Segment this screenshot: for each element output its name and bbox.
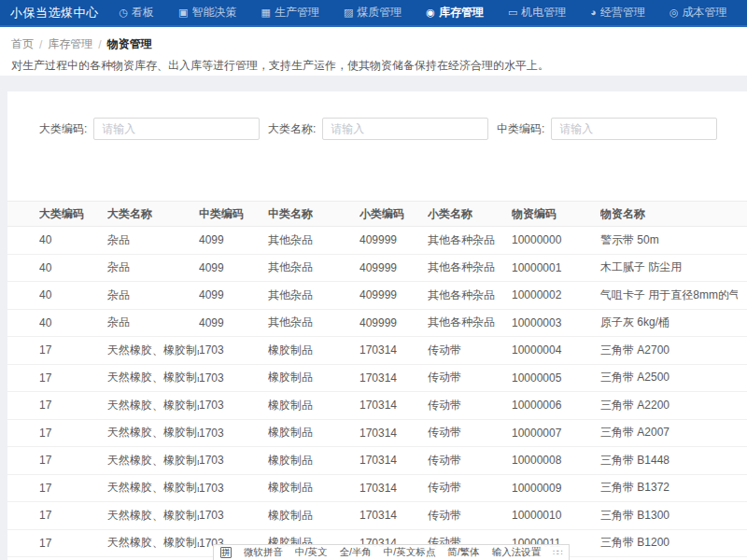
breadcrumb: 首页/库存管理/物资管理 <box>11 36 152 52</box>
table-cell: 天然橡胶、橡胶制品及… <box>107 370 199 385</box>
table-cell: 17 <box>39 537 107 550</box>
table-cell: 木工腻子 防尘用 <box>600 259 738 275</box>
ime-grip-icon[interactable]: ∷∷ <box>553 548 561 557</box>
cost-icon: ◎ <box>669 7 679 18</box>
subheader: 首页/库存管理/物资管理 对生产过程中的各种物资库存、出入库等进行管理，支持生产… <box>0 27 747 76</box>
table-cell: 1703 <box>199 454 268 467</box>
nav-item-label: 智能决策 <box>192 5 237 21</box>
table-cell: 天然橡胶、橡胶制品及… <box>107 508 199 524</box>
page-description: 对生产过程中的各种物资库存、出入库等进行管理，支持生产运作，使其物资储备保持在经… <box>11 58 549 74</box>
operation-icon: ◕ <box>590 7 597 18</box>
table-cell: 杂品 <box>107 259 199 275</box>
breadcrumb-separator: / <box>39 38 42 51</box>
table-cell: 传动带 <box>428 480 512 496</box>
table-cell: 三角带 A2200 <box>600 398 738 413</box>
nav-item-label: 机电管理 <box>521 5 566 21</box>
table-cell: 40 <box>39 288 107 301</box>
table-cell: 170314 <box>359 509 428 522</box>
dashboard-icon: ◷ <box>120 7 129 18</box>
nav-item-label: 煤质管理 <box>357 5 402 21</box>
table-cell: 三角带 B1300 <box>600 508 738 524</box>
nav-item-label: 成本管理 <box>683 5 727 21</box>
table-cell: 三角带 A2007 <box>600 425 738 441</box>
coal-quality-icon: ▨ <box>344 7 353 18</box>
table-cell: 传动带 <box>428 508 512 524</box>
table-cell: 其他各种杂品 <box>428 232 512 248</box>
table-cell: 10000000 <box>512 233 600 246</box>
ime-item[interactable]: 全/半角 <box>339 546 371 559</box>
table-cell: 40 <box>39 316 107 329</box>
app-title: 小保当选煤中心 <box>0 5 99 21</box>
inventory-icon: ◉ <box>426 7 435 18</box>
table-cell: 天然橡胶、橡胶制品及… <box>107 453 199 469</box>
table-cell: 三角带 B1448 <box>600 453 738 469</box>
ime-item[interactable]: 简/繁体 <box>447 546 479 559</box>
header-cell: 大类编码 <box>39 206 107 222</box>
table-row: 17天然橡胶、橡胶制品及…1703橡胶制品170314传动带10000008三角… <box>7 447 747 475</box>
electromechanical-icon: ▭ <box>508 7 517 18</box>
table-cell: 17 <box>39 399 107 412</box>
header-cell: 中类编码 <box>199 206 268 222</box>
breadcrumb-item[interactable]: 库存管理 <box>48 36 92 52</box>
breadcrumb-item: 物资管理 <box>107 36 152 52</box>
table-cell: 橡胶制品 <box>268 370 359 385</box>
table-cell: 10000010 <box>512 509 600 522</box>
table-cell: 17 <box>39 427 107 440</box>
production-icon: ▦ <box>261 7 271 18</box>
table-row: 17天然橡胶、橡胶制品及…1703橡胶制品170314传动带10000007三角… <box>7 420 747 448</box>
app-root: 小保当选煤中心 ◷看板▣智能决策▦生产管理▨煤质管理◉库存管理▭机电管理◕经营管… <box>0 0 747 560</box>
filter-field-major-class-name: 大类名称: <box>268 118 488 140</box>
table-cell: 橡胶制品 <box>268 398 359 413</box>
table-cell: 4099 <box>199 288 268 301</box>
table-cell: 天然橡胶、橡胶制品及… <box>107 425 199 441</box>
header-cell: 小类编码 <box>359 206 428 222</box>
nav-item-production[interactable]: ▦生产管理 <box>261 5 319 21</box>
nav-item-dashboard[interactable]: ◷看板 <box>120 5 155 21</box>
table-cell: 原子灰 6kg/桶 <box>600 315 738 330</box>
table-cell: 10000008 <box>512 454 600 467</box>
table-row: 17天然橡胶、橡胶制品及…1703橡胶制品170314传动带10000009三角… <box>7 475 747 503</box>
major-class-name-input[interactable] <box>322 118 488 140</box>
table-cell: 橡胶制品 <box>268 453 359 469</box>
top-nav: ◷看板▣智能决策▦生产管理▨煤质管理◉库存管理▭机电管理◕经营管理◎成本管理◬技… <box>120 5 747 21</box>
table-cell: 409999 <box>359 261 428 274</box>
table-cell: 170314 <box>359 399 428 412</box>
nav-item-smart-decision[interactable]: ▣智能决策 <box>178 5 236 21</box>
table-cell: 170314 <box>359 371 428 385</box>
filter-label-middle-class-code: 中类编码: <box>497 121 544 137</box>
table-cell: 40 <box>39 233 107 246</box>
table-cell: 天然橡胶、橡胶制品及… <box>107 398 199 413</box>
filter-label-major-class-code: 大类编码: <box>39 121 87 137</box>
nav-item-cost[interactable]: ◎成本管理 <box>669 5 727 21</box>
table-cell: 1703 <box>199 509 268 522</box>
ime-item[interactable]: 中/英文标点 <box>384 546 435 559</box>
filter-field-middle-class-code: 中类编码: <box>497 118 717 140</box>
nav-item-operation[interactable]: ◕经营管理 <box>590 5 645 21</box>
table-cell: 409999 <box>359 233 428 246</box>
table-cell: 其他杂品 <box>268 287 359 303</box>
breadcrumb-item[interactable]: 首页 <box>11 36 34 52</box>
nav-item-electromechanical[interactable]: ▭机电管理 <box>508 5 566 21</box>
ime-item[interactable]: 中/英文 <box>295 546 327 559</box>
top-header: 小保当选煤中心 ◷看板▣智能决策▦生产管理▨煤质管理◉库存管理▭机电管理◕经营管… <box>0 0 747 27</box>
pinyin-ime-icon[interactable]: 拼 <box>220 547 232 558</box>
nav-item-coal-quality[interactable]: ▨煤质管理 <box>344 5 402 21</box>
table-cell: 三角带 B1200 <box>600 535 738 551</box>
ime-item[interactable]: 微软拼音 <box>244 546 283 559</box>
table-cell: 传动带 <box>428 343 512 358</box>
table-cell: 170314 <box>359 343 428 357</box>
middle-class-code-input[interactable] <box>551 118 717 140</box>
nav-item-inventory[interactable]: ◉库存管理 <box>426 5 484 21</box>
table-cell: 17 <box>39 454 107 467</box>
table-cell: 传动带 <box>428 425 512 441</box>
table-cell: 10000003 <box>512 316 600 329</box>
table-row: 40杂品4099其他杂品409999其他各种杂品10000001木工腻子 防尘用 <box>7 255 747 283</box>
table-row: 17天然橡胶、橡胶制品及…1703橡胶制品170314传动带10000006三角… <box>7 392 747 420</box>
table-cell: 10000005 <box>512 371 600 385</box>
table-cell: 警示带 50m <box>600 232 738 248</box>
filter-field-major-class-code: 大类编码: <box>39 118 260 140</box>
table-cell: 三角带 A2700 <box>600 343 738 358</box>
major-class-code-input[interactable] <box>93 118 260 140</box>
ime-item[interactable]: 输入法设置 <box>492 546 542 559</box>
table-cell: 天然橡胶、橡胶制品及… <box>107 535 199 551</box>
